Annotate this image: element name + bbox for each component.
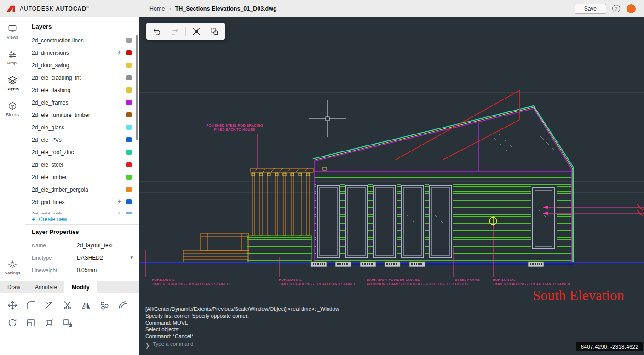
layers-scrollbar[interactable]: [136, 35, 138, 140]
layer-row[interactable]: 2d_ele_timber_pergola: [25, 183, 139, 196]
command-history-line: Command: *Cancel*: [145, 333, 339, 340]
avatar[interactable]: [627, 4, 636, 13]
layer-name: 2d_ele_steel: [32, 162, 115, 168]
left-column: Views Prop. Layers Blocks Settings: [0, 17, 139, 355]
layer-row[interactable]: 2d_grid_refs: [25, 208, 139, 214]
fillet-tool-button[interactable]: [24, 298, 38, 312]
layer-row[interactable]: 2d_ele_timber: [25, 171, 139, 183]
layer-color-swatch[interactable]: [126, 199, 132, 204]
svg-text:DARK GRAY POWDER-COATED: DARK GRAY POWDER-COATED: [367, 278, 420, 282]
match-properties-tool-button[interactable]: [61, 316, 75, 330]
plus-icon: +: [32, 215, 35, 223]
offset-tool-button[interactable]: [116, 298, 130, 312]
layer-row[interactable]: 2d_ele_furniture_timber: [25, 109, 139, 121]
drawing-canvas[interactable]: POLISHED STEEL ROD BRACING FIXED BACK TO…: [139, 17, 644, 355]
property-row-linetype: Linetype DASHED2 ▾: [32, 251, 133, 264]
steel-bracing[interactable]: [396, 90, 520, 160]
layer-properties-section: Layer Properties Name 2d_layout_text Lin…: [25, 225, 139, 276]
layer-row[interactable]: 2d_ele_steel: [25, 158, 139, 171]
layer-row[interactable]: 2d_grid_lines: [25, 196, 139, 208]
layer-color-swatch[interactable]: [126, 150, 132, 155]
layer-color-swatch[interactable]: [126, 112, 132, 117]
sidebar-item-settings[interactable]: Settings: [0, 260, 25, 275]
nav-icon-strip: Views Prop. Layers Blocks Settings: [0, 17, 25, 281]
array-tool-button[interactable]: [98, 298, 111, 312]
layer-row[interactable]: 2d_ele_frames: [25, 96, 139, 109]
breadcrumb-chevron-icon: ›: [169, 5, 171, 12]
layer-row[interactable]: 2d_dimensions: [25, 47, 139, 59]
tab-draw[interactable]: Draw: [0, 281, 28, 293]
zoom-window-button[interactable]: [207, 24, 222, 38]
explode-tool-button[interactable]: [42, 316, 56, 330]
trim-tool-button[interactable]: [61, 298, 75, 312]
layer-color-swatch[interactable]: [126, 137, 132, 142]
layer-name: 2d_door_swing: [32, 62, 115, 69]
svg-text:HORIZONTAL: HORIZONTAL: [279, 278, 302, 282]
redo-icon: [170, 27, 179, 36]
brand-text: AUTODESK AUTOCAD®: [20, 6, 89, 12]
create-new-label: Create new: [39, 216, 67, 222]
command-input[interactable]: Type a command: [153, 341, 204, 349]
rotate-tool-button[interactable]: [6, 316, 19, 330]
freeze-icon[interactable]: [115, 199, 122, 205]
polar-array-icon: [99, 300, 109, 310]
sidebar-item-properties[interactable]: Prop.: [0, 50, 25, 65]
mirror-tool-button[interactable]: [79, 298, 93, 312]
svg-text:TIMBER CLADDING - TREATED AN: TIMBER CLADDING - TREATED AND STAINED: [279, 282, 356, 286]
layer-row[interactable]: 2d_door_swing: [25, 59, 139, 71]
sidebar-item-label: Layers: [6, 86, 20, 91]
coordinates-readout: 6407.4290, -2318.4622: [576, 342, 643, 351]
sidebar-item-label: Settings: [5, 270, 20, 275]
layer-row[interactable]: 2d_ele_PVs: [25, 134, 139, 146]
undo-button[interactable]: [150, 24, 164, 38]
command-input-row[interactable]: ❯ Type a command: [145, 341, 339, 349]
sidebar-item-views[interactable]: Views: [0, 24, 25, 40]
layer-color-swatch[interactable]: [126, 63, 132, 68]
rotate-icon: [7, 318, 17, 328]
layer-color-swatch[interactable]: [126, 75, 132, 80]
layer-color-swatch[interactable]: [126, 50, 132, 55]
tab-modify[interactable]: Modify: [64, 281, 97, 293]
breadcrumb: Home › TH_Sections Elevations_01_D03.dwg: [150, 5, 277, 12]
layer-color-swatch[interactable]: [126, 100, 132, 105]
layer-color-swatch[interactable]: [126, 212, 132, 214]
sidebar-item-blocks[interactable]: Blocks: [0, 101, 25, 117]
layer-row[interactable]: 2d_construction lines: [25, 34, 139, 47]
select-objects-button[interactable]: [189, 24, 204, 38]
breadcrumb-home[interactable]: Home: [150, 6, 165, 12]
create-new-layer-button[interactable]: + Create new: [25, 214, 139, 225]
lineweight-value[interactable]: 0.05mm: [77, 267, 97, 274]
layer-row[interactable]: 2d_ele_flashing: [25, 84, 139, 96]
layer-color-swatch[interactable]: [126, 162, 132, 167]
layer-color-swatch[interactable]: [126, 38, 132, 43]
sidebar-item-layers[interactable]: Layers: [0, 76, 25, 91]
layer-row[interactable]: 2d_ele_glass: [25, 121, 139, 134]
freeze-icon[interactable]: [115, 211, 122, 214]
layer-row[interactable]: 2d_ele_roof_zinc: [25, 146, 139, 158]
gear-icon: [8, 260, 17, 269]
mirror-icon: [81, 300, 91, 310]
sidebar-item-label: Blocks: [6, 112, 19, 117]
layer-color-swatch[interactable]: [126, 125, 132, 130]
layer-color-swatch[interactable]: [126, 187, 132, 192]
layer-name: 2d_construction lines: [32, 37, 115, 44]
layer-name: 2d_ele_roof_zinc: [32, 149, 115, 156]
layer-color-swatch[interactable]: [126, 175, 132, 180]
layer-color-swatch[interactable]: [126, 87, 132, 93]
extend-tool-button[interactable]: [42, 298, 56, 312]
svg-text:HORIZONTAL: HORIZONTAL: [493, 278, 516, 282]
layer-row[interactable]: 2d_ele_cladding_int: [25, 71, 139, 84]
tab-annotate[interactable]: Annotate: [28, 281, 64, 293]
scale-tool-button[interactable]: [24, 316, 38, 330]
linetype-dropdown[interactable]: DASHED2 ▾: [77, 255, 133, 261]
move-tool-button[interactable]: [6, 298, 19, 312]
redo-button[interactable]: [167, 24, 182, 38]
layer-name-value[interactable]: 2d_layout_text: [77, 242, 113, 249]
property-label: Name: [32, 243, 77, 248]
freeze-icon[interactable]: [115, 50, 122, 56]
help-button[interactable]: ?: [612, 5, 620, 12]
main-shell: Views Prop. Layers Blocks Settings: [0, 17, 644, 355]
cad-drawing[interactable]: POLISHED STEEL ROD BRACING FIXED BACK TO…: [139, 17, 644, 355]
save-button[interactable]: Save: [575, 4, 606, 14]
svg-text:FIXED BACK TO HOUSE: FIXED BACK TO HOUSE: [214, 128, 255, 132]
